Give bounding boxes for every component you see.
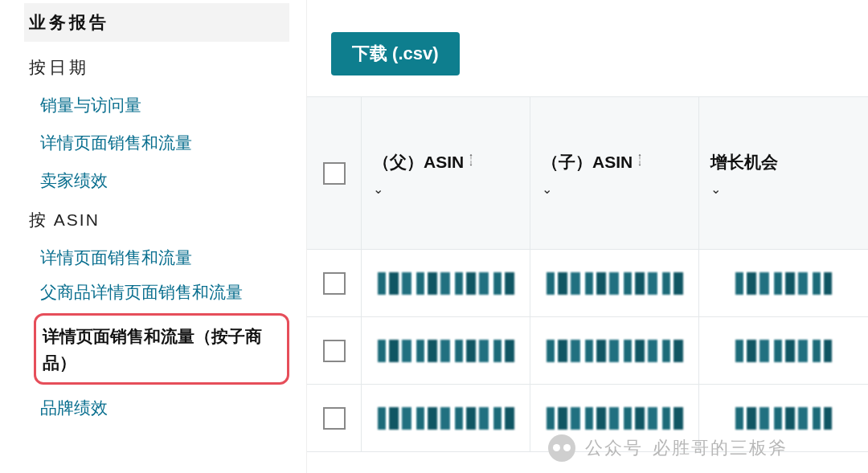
sidebar-item-asin-detail-sales-traffic[interactable]: 详情页面销售和流量	[24, 234, 273, 272]
column-header-child-asin[interactable]: （子）ASIN ↑↓ ⌄	[530, 97, 699, 249]
sort-icon[interactable]: ↑↓	[469, 153, 473, 165]
main-content: 下载 (.csv) （父）ASIN ↑↓ ⌄	[307, 0, 868, 473]
redacted-value	[735, 407, 832, 430]
redacted-value	[547, 407, 683, 430]
sidebar-item-seller-performance[interactable]: 卖家绩效	[24, 157, 273, 195]
table-header-row: （父）ASIN ↑↓ ⌄ （子）ASIN ↑↓ ⌄	[307, 97, 868, 250]
redacted-value	[378, 407, 514, 430]
chevron-down-icon[interactable]: ⌄	[710, 182, 721, 196]
chevron-down-icon[interactable]: ⌄	[373, 182, 383, 196]
column-header-growth-opportunity[interactable]: 增长机会 ⌄	[699, 97, 868, 249]
table-row	[307, 385, 868, 452]
redacted-value	[547, 340, 683, 362]
sidebar-item-parent-asin-detail-sales-traffic[interactable]: 父商品详情页面销售和流量	[24, 272, 273, 307]
column-header-growth-label: 增长机会	[710, 151, 778, 173]
sidebar-item-sales-and-traffic[interactable]: 销量与访问量	[24, 82, 273, 120]
column-header-child-asin-label: （子）ASIN	[542, 151, 633, 173]
chevron-down-icon[interactable]: ⌄	[542, 182, 552, 196]
row-checkbox[interactable]	[323, 407, 346, 430]
sidebar-group-by-asin: 按 ASIN	[24, 194, 306, 234]
redacted-value	[735, 340, 832, 362]
sidebar-item-detail-page-sales-traffic[interactable]: 详情页面销售和流量	[24, 120, 273, 157]
sidebar-item-brand-performance[interactable]: 品牌绩效	[24, 385, 273, 422]
select-all-checkbox[interactable]	[323, 162, 346, 185]
row-checkbox[interactable]	[323, 272, 346, 295]
row-checkbox[interactable]	[323, 340, 346, 362]
table-header-checkbox-cell	[307, 97, 362, 249]
sort-icon[interactable]: ↑↓	[637, 153, 642, 165]
table-row	[307, 317, 868, 385]
redacted-value	[735, 272, 832, 295]
column-header-parent-asin-label: （父）ASIN	[373, 151, 464, 173]
table-row	[307, 250, 868, 317]
column-header-parent-asin[interactable]: （父）ASIN ↑↓ ⌄	[362, 97, 530, 249]
download-csv-button[interactable]: 下载 (.csv)	[331, 32, 460, 75]
sidebar: 业务报告 按日期 销量与访问量 详情页面销售和流量 卖家绩效 按 ASIN 详情…	[0, 0, 307, 473]
toolbar: 下载 (.csv)	[307, 0, 868, 92]
redacted-value	[378, 272, 514, 295]
redacted-value	[378, 340, 514, 362]
sidebar-item-child-asin-detail-sales-traffic[interactable]: 详情页面销售和流量（按子商品）	[43, 324, 280, 377]
sidebar-group-by-date: 按日期	[24, 42, 306, 82]
redacted-value	[547, 272, 683, 295]
sidebar-section-business-reports: 业务报告	[24, 3, 289, 42]
report-table: （父）ASIN ↑↓ ⌄ （子）ASIN ↑↓ ⌄	[307, 96, 868, 452]
sidebar-item-child-asin-detail-sales-traffic-highlight: 详情页面销售和流量（按子商品）	[34, 313, 289, 385]
